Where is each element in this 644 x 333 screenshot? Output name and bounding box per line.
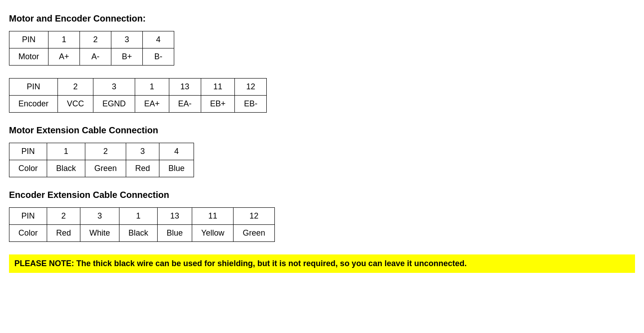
motor-row-aplus: A+: [49, 48, 80, 66]
eext-header-1: 1: [119, 208, 158, 225]
note-bar: PLEASE NOTE: The thick black wire can be…: [9, 254, 635, 273]
motor-extension-table-wrapper: PIN 1 2 3 4 Color Black Green Red Blue: [9, 143, 635, 177]
motor-encoder-title: Motor and Encoder Connection:: [9, 13, 635, 24]
enc-header-11: 11: [201, 79, 235, 96]
encoder-extension-section: Encoder Extension Cable Connection PIN 2…: [9, 190, 635, 242]
eext-row-green: Green: [234, 225, 274, 242]
eext-header-13: 13: [158, 208, 192, 225]
enc-row-ebplus: EB+: [201, 96, 235, 113]
enc-header-1: 1: [135, 79, 169, 96]
eext-row-red: Red: [47, 225, 80, 242]
encoder-extension-title: Encoder Extension Cable Connection: [9, 190, 635, 200]
enc-row-eaplus: EA+: [135, 96, 169, 113]
table-row: PIN 1 2 3 4: [9, 143, 194, 160]
enc-row-eaminus: EA-: [169, 96, 201, 113]
enc-row-vcc: VCC: [58, 96, 93, 113]
table-row: PIN 2 3 1 13 11 12: [9, 208, 275, 225]
mext-row-red: Red: [126, 160, 159, 177]
encoder-extension-table-wrapper: PIN 2 3 1 13 11 12 Color Red White Black…: [9, 207, 635, 242]
mext-header-4: 4: [159, 143, 194, 160]
enc-header-2: 2: [58, 79, 93, 96]
motor-row-label: Motor: [9, 48, 49, 66]
motor-row-bminus: B-: [143, 48, 174, 66]
motor-extension-title: Motor Extension Cable Connection: [9, 125, 635, 136]
eext-row-black: Black: [119, 225, 158, 242]
encoder-table-wrapper: PIN 2 3 1 13 11 12 Encoder VCC EGND EA+ …: [9, 78, 635, 113]
table-row: PIN 1 2 3 4: [9, 31, 174, 48]
enc-header-3: 3: [93, 79, 135, 96]
motor-row-aminus: A-: [80, 48, 111, 66]
motor-header-1: 1: [49, 31, 80, 48]
mext-row-green: Green: [85, 160, 126, 177]
motor-header-pin: PIN: [9, 31, 49, 48]
eext-row-label: Color: [9, 225, 47, 242]
eext-row-white: White: [80, 225, 119, 242]
encoder-extension-table: PIN 2 3 1 13 11 12 Color Red White Black…: [9, 207, 275, 242]
mext-header-3: 3: [126, 143, 159, 160]
eext-row-yellow: Yellow: [192, 225, 234, 242]
motor-table: PIN 1 2 3 4 Motor A+ A- B+ B-: [9, 31, 174, 66]
motor-table-wrapper: PIN 1 2 3 4 Motor A+ A- B+ B-: [9, 31, 635, 66]
table-row: Encoder VCC EGND EA+ EA- EB+ EB-: [9, 96, 267, 113]
table-row: Motor A+ A- B+ B-: [9, 48, 174, 66]
eext-header-pin: PIN: [9, 208, 47, 225]
mext-row-black: Black: [47, 160, 85, 177]
enc-row-label: Encoder: [9, 96, 58, 113]
motor-extension-table: PIN 1 2 3 4 Color Black Green Red Blue: [9, 143, 194, 177]
enc-header-12: 12: [235, 79, 267, 96]
mext-header-2: 2: [85, 143, 126, 160]
motor-row-bplus: B+: [111, 48, 143, 66]
enc-header-pin: PIN: [9, 79, 58, 96]
motor-encoder-section: Motor and Encoder Connection: PIN 1 2 3 …: [9, 13, 635, 113]
mext-header-1: 1: [47, 143, 85, 160]
mext-header-pin: PIN: [9, 143, 47, 160]
encoder-table: PIN 2 3 1 13 11 12 Encoder VCC EGND EA+ …: [9, 78, 267, 113]
table-row: PIN 2 3 1 13 11 12: [9, 79, 267, 96]
mext-row-blue: Blue: [159, 160, 194, 177]
motor-header-3: 3: [111, 31, 143, 48]
table-row: Color Black Green Red Blue: [9, 160, 194, 177]
motor-header-2: 2: [80, 31, 111, 48]
motor-header-4: 4: [143, 31, 174, 48]
enc-header-13: 13: [169, 79, 201, 96]
motor-extension-section: Motor Extension Cable Connection PIN 1 2…: [9, 125, 635, 177]
table-row: Color Red White Black Blue Yellow Green: [9, 225, 275, 242]
eext-header-11: 11: [192, 208, 234, 225]
enc-row-egnd: EGND: [93, 96, 135, 113]
eext-header-12: 12: [234, 208, 274, 225]
eext-header-2: 2: [47, 208, 80, 225]
eext-header-3: 3: [80, 208, 119, 225]
eext-row-blue: Blue: [158, 225, 192, 242]
enc-row-ebminus: EB-: [235, 96, 267, 113]
mext-row-label: Color: [9, 160, 47, 177]
